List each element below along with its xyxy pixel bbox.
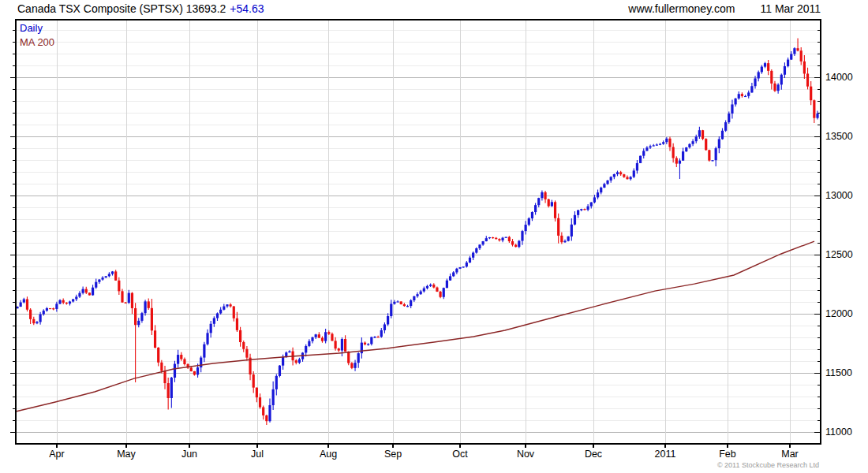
candle-body: [36, 322, 38, 323]
candle-up: [541, 191, 543, 201]
candle-body: [308, 341, 310, 346]
candle-up: [420, 290, 422, 295]
candle-body: [52, 308, 54, 309]
candle-up: [426, 285, 428, 289]
candle-down: [350, 362, 353, 369]
candle-body: [108, 274, 110, 276]
candle-body: [410, 300, 412, 306]
candle-up: [613, 173, 615, 179]
candle-body: [92, 288, 94, 296]
candle-body: [95, 282, 97, 288]
candle-body: [324, 332, 327, 341]
candle-body: [131, 293, 133, 308]
candle-body: [455, 269, 458, 273]
candle-down: [85, 287, 88, 294]
candle-body: [393, 302, 395, 304]
candle-body: [210, 324, 212, 333]
candle-down: [183, 357, 185, 365]
candle-body: [23, 300, 25, 303]
chart-page: { "header": { "title": "Canada TSX Compo…: [0, 0, 868, 473]
x-axis-label: May: [117, 449, 136, 460]
candle-down: [495, 237, 497, 240]
candle-body: [525, 225, 527, 231]
candle-down: [705, 138, 707, 151]
candle-body: [114, 271, 117, 280]
candle-body: [563, 241, 566, 243]
candle-up: [380, 328, 383, 338]
candle-up: [413, 296, 415, 302]
candle-up: [630, 176, 632, 181]
legend-daily: Daily: [20, 21, 54, 35]
candle-body: [705, 139, 707, 150]
x-axis-label: Mar: [781, 449, 799, 460]
candle-up: [357, 352, 360, 368]
candle-body: [656, 144, 658, 145]
candle-body: [780, 75, 783, 85]
candle-down: [767, 60, 769, 75]
candle-up: [36, 321, 38, 324]
candle-body: [747, 92, 750, 95]
y-axis-label: 13500: [825, 131, 853, 142]
candle-body: [738, 94, 740, 99]
candle-down: [193, 371, 196, 376]
candle-down: [810, 81, 812, 105]
candle-body: [111, 271, 114, 274]
candle-body: [400, 301, 402, 304]
candle-down: [557, 214, 559, 244]
x-axis-label: Jul: [251, 449, 264, 460]
candle-up: [580, 209, 582, 211]
candle-body: [482, 241, 485, 244]
candle-down: [242, 341, 245, 352]
candle-up: [731, 99, 733, 118]
candle-up: [140, 312, 143, 323]
candle-body: [488, 237, 491, 238]
candle-up: [606, 180, 608, 184]
candle-up: [311, 337, 313, 343]
candle-up: [758, 71, 760, 82]
candle-body: [46, 308, 48, 311]
candle-body: [583, 209, 586, 210]
candle-up: [711, 160, 713, 162]
candle-up: [750, 83, 753, 93]
candle-body: [619, 172, 622, 174]
candle-body: [796, 48, 799, 50]
chart-legend: Daily MA 200: [20, 21, 54, 50]
candle-down: [439, 291, 441, 298]
candle-body: [268, 405, 271, 421]
candle-body: [793, 48, 795, 54]
candle-down: [338, 348, 340, 352]
candle-up: [23, 298, 25, 304]
candle-body: [216, 313, 219, 318]
candle-body: [478, 244, 481, 248]
candle-body: [253, 374, 255, 388]
candle-body: [420, 292, 422, 295]
candle-up: [78, 291, 80, 298]
candle-up: [410, 300, 412, 308]
candle-down: [180, 352, 182, 361]
candle-up: [744, 95, 746, 97]
y-axis-label: 13000: [825, 190, 853, 201]
candle-down: [245, 346, 248, 360]
candle-up: [406, 305, 409, 307]
candle-up: [82, 287, 84, 295]
candle-down: [364, 341, 366, 345]
candle-body: [492, 237, 494, 238]
candle-body: [239, 330, 241, 342]
candle-body: [160, 363, 163, 371]
plot-border: [16, 20, 821, 444]
candle-down: [511, 239, 514, 247]
candle-up: [685, 147, 687, 152]
candle-body: [29, 310, 32, 319]
candle-down: [803, 55, 806, 79]
candle-up: [528, 217, 530, 226]
candle-body: [236, 318, 238, 330]
candle-up: [738, 91, 740, 99]
candle-body: [613, 174, 615, 177]
candle-body: [449, 276, 451, 280]
candle-down: [403, 303, 406, 307]
candle-body: [560, 236, 563, 242]
candle-up: [764, 62, 766, 69]
candle-body: [105, 276, 107, 277]
candle-body: [62, 300, 65, 303]
candle-body: [767, 63, 769, 71]
